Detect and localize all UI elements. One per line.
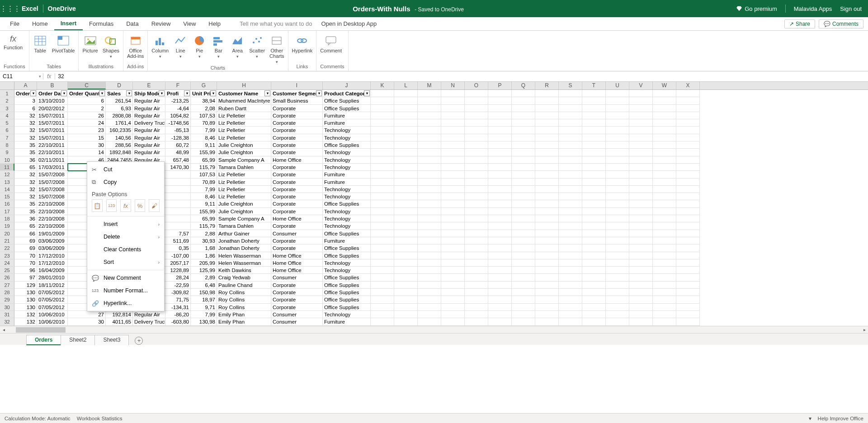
cell[interactable]: 130,98 [191, 318, 217, 325]
cell[interactable]: 48,99 [165, 149, 191, 156]
column-header-R[interactable]: R [535, 82, 559, 89]
cell[interactable] [559, 244, 582, 252]
cell[interactable]: 32 [14, 179, 37, 186]
add-sheet-button[interactable]: + [135, 337, 143, 345]
cell[interactable]: 1892,848 [106, 149, 133, 156]
apps-launcher-icon[interactable]: ⋮⋮⋮ [0, 5, 17, 13]
cell[interactable]: Corporate [271, 200, 323, 207]
ribbon-tab-insert[interactable]: Insert [54, 17, 83, 30]
cell[interactable]: Furniture [323, 112, 371, 119]
cell[interactable] [418, 97, 441, 104]
cell[interactable] [394, 112, 418, 119]
cell[interactable]: Liz Pelletier [217, 186, 271, 193]
sheet-tab-sheet3[interactable]: Sheet3 [94, 335, 129, 345]
cell[interactable] [394, 156, 418, 164]
document-title[interactable]: Orders-With Nulls [353, 5, 410, 13]
cell[interactable]: 288,56 [106, 141, 133, 149]
cell[interactable]: 27 [68, 311, 106, 318]
scroll-right-icon[interactable]: ▸ [861, 326, 868, 334]
cell[interactable]: 192,814 [106, 311, 133, 318]
cell[interactable] [371, 274, 394, 281]
cell[interactable] [629, 244, 653, 252]
open-desktop-app-link[interactable]: Open in Desktop App [321, 20, 377, 27]
select-all-corner[interactable] [0, 82, 14, 89]
header-cell[interactable] [653, 90, 676, 97]
insert-comment-button[interactable]: Comment [320, 33, 342, 53]
header-cell[interactable]: Order Dat▾ [37, 90, 68, 97]
cell[interactable]: Office Supplies [323, 274, 371, 281]
cell[interactable]: Corporate [271, 141, 323, 149]
cell[interactable]: Technology [323, 193, 371, 200]
cell[interactable] [606, 186, 629, 193]
cell[interactable] [559, 215, 582, 222]
cell[interactable]: 1,68 [191, 244, 217, 252]
cell[interactable]: 32 [14, 134, 37, 141]
cell[interactable] [676, 208, 700, 215]
cell[interactable] [535, 179, 559, 186]
row-header[interactable]: 7 [0, 134, 14, 141]
cell[interactable] [418, 208, 441, 215]
cell[interactable] [465, 141, 488, 149]
cell[interactable] [676, 164, 700, 171]
cell[interactable] [559, 200, 582, 207]
chart-other-charts-button[interactable]: Other Charts▾ [269, 33, 284, 64]
row-header[interactable]: 28 [0, 289, 14, 296]
cell[interactable]: -1748,56 [165, 119, 191, 127]
cell[interactable] [676, 282, 700, 289]
workbook-stats-link[interactable]: Workbook Statistics [77, 416, 123, 421]
cell[interactable] [559, 267, 582, 274]
insert-menuitem[interactable]: Insert› [87, 218, 164, 230]
cell[interactable] [676, 171, 700, 178]
cell[interactable] [535, 274, 559, 281]
row-header[interactable]: 13 [0, 179, 14, 186]
cell[interactable]: Furniture [323, 119, 371, 127]
cell[interactable]: -603,80 [165, 318, 191, 325]
cell[interactable]: Home Office [271, 215, 323, 222]
cell[interactable]: Regular Air [133, 141, 165, 149]
cell[interactable]: -134,31 [165, 304, 191, 311]
cell[interactable]: 15 [68, 134, 106, 141]
cell[interactable] [582, 105, 606, 112]
cell[interactable] [394, 105, 418, 112]
cell[interactable]: 1228,89 [165, 267, 191, 274]
cell[interactable] [441, 296, 465, 303]
cell[interactable] [606, 274, 629, 281]
cell[interactable] [394, 208, 418, 215]
cell[interactable]: -85,13 [165, 127, 191, 134]
cell[interactable] [465, 200, 488, 207]
header-cell[interactable] [465, 90, 488, 97]
cell[interactable] [371, 105, 394, 112]
header-cell[interactable]: Product Categor▾ [323, 90, 371, 97]
cell[interactable] [629, 171, 653, 178]
cell[interactable] [629, 156, 653, 164]
cell[interactable] [441, 274, 465, 281]
cell[interactable]: -22,59 [165, 282, 191, 289]
cell[interactable]: 60,72 [165, 141, 191, 149]
cell[interactable]: Corporate [271, 127, 323, 134]
column-header-I[interactable]: I [271, 82, 323, 89]
cell[interactable] [629, 200, 653, 207]
cell[interactable] [441, 304, 465, 311]
cell[interactable] [394, 141, 418, 149]
ribbon-tab-formulas[interactable]: Formulas [83, 17, 120, 30]
cell[interactable]: Helen Wasserman [217, 259, 271, 267]
cell[interactable]: Jonathan Doherty [217, 244, 271, 252]
ribbon-tab-help[interactable]: Help [202, 17, 227, 30]
cell[interactable] [394, 252, 418, 259]
chart-pie-button[interactable]: Pie▾ [192, 33, 207, 59]
cell[interactable] [676, 193, 700, 200]
cell[interactable] [371, 237, 394, 244]
cell[interactable] [441, 311, 465, 318]
cell[interactable] [441, 208, 465, 215]
cell[interactable] [629, 230, 653, 237]
cell[interactable]: 125,99 [191, 267, 217, 274]
cell[interactable] [676, 230, 700, 237]
cell[interactable] [465, 304, 488, 311]
row-header[interactable]: 16 [0, 200, 14, 207]
cell[interactable] [535, 186, 559, 193]
chart-scatter-button[interactable]: Scatter▾ [249, 33, 265, 59]
cell[interactable] [559, 141, 582, 149]
cell[interactable] [441, 215, 465, 222]
cell[interactable] [465, 149, 488, 156]
cell[interactable]: 115,79 [191, 164, 217, 171]
